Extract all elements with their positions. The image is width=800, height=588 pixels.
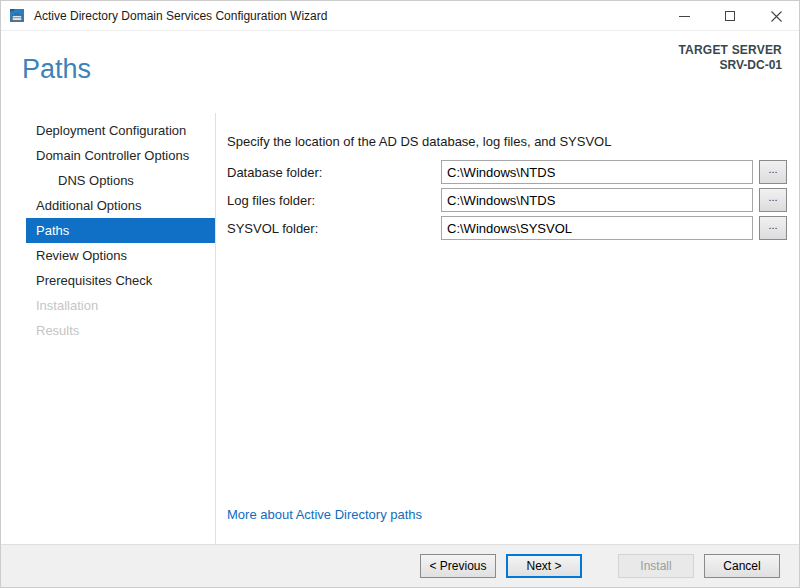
target-server-label: TARGET SERVER <box>678 43 782 57</box>
window-title: Active Directory Domain Services Configu… <box>34 9 327 23</box>
database-folder-browse-button[interactable]: ... <box>759 160 787 184</box>
wizard-nav: Deployment Configuration Domain Controll… <box>1 118 215 343</box>
sysvol-folder-browse-button[interactable]: ... <box>759 216 787 240</box>
previous-button[interactable]: < Previous <box>420 554 496 578</box>
maximize-button[interactable] <box>707 1 753 31</box>
sysvol-folder-input[interactable] <box>441 216 753 240</box>
server-manager-icon <box>10 8 26 24</box>
database-folder-input[interactable] <box>441 160 753 184</box>
nav-item-review-options[interactable]: Review Options <box>26 243 215 268</box>
log-files-folder-browse-button[interactable]: ... <box>759 188 787 212</box>
main-content: Specify the location of the AD DS databa… <box>227 133 787 240</box>
log-files-folder-row: Log files folder: ... <box>227 188 787 212</box>
close-icon <box>771 11 782 22</box>
nav-item-dns-options[interactable]: DNS Options <box>26 168 215 193</box>
database-folder-label: Database folder: <box>227 165 441 180</box>
nav-item-paths[interactable]: Paths <box>26 218 215 243</box>
log-files-folder-input[interactable] <box>441 188 753 212</box>
page-title: Paths <box>22 54 91 85</box>
close-button[interactable] <box>753 1 799 31</box>
log-files-folder-label: Log files folder: <box>227 193 441 208</box>
page-description: Specify the location of the AD DS databa… <box>227 133 787 150</box>
more-about-paths-link[interactable]: More about Active Directory paths <box>227 507 422 522</box>
nav-item-deployment-configuration[interactable]: Deployment Configuration <box>26 118 215 143</box>
minimize-button[interactable] <box>661 1 707 31</box>
database-folder-row: Database folder: ... <box>227 160 787 184</box>
sysvol-folder-label: SYSVOL folder: <box>227 221 441 236</box>
page-header: Paths TARGET SERVER SRV-DC-01 <box>1 32 799 109</box>
target-server-block: TARGET SERVER SRV-DC-01 <box>678 43 782 72</box>
install-button: Install <box>618 554 694 578</box>
sysvol-folder-row: SYSVOL folder: ... <box>227 216 787 240</box>
titlebar: Active Directory Domain Services Configu… <box>1 1 799 31</box>
maximize-icon <box>725 11 735 21</box>
minimize-icon <box>679 16 690 17</box>
cancel-button[interactable]: Cancel <box>704 554 780 578</box>
wizard-footer: < Previous Next > Install Cancel <box>1 544 799 587</box>
window-controls <box>661 1 799 31</box>
sidebar-divider <box>215 113 216 546</box>
next-button[interactable]: Next > <box>506 554 582 578</box>
nav-item-additional-options[interactable]: Additional Options <box>26 193 215 218</box>
wizard-window: Active Directory Domain Services Configu… <box>0 0 800 588</box>
nav-item-results: Results <box>26 318 215 343</box>
target-server-name: SRV-DC-01 <box>678 58 782 72</box>
nav-item-installation: Installation <box>26 293 215 318</box>
nav-item-prerequisites-check[interactable]: Prerequisites Check <box>26 268 215 293</box>
nav-item-domain-controller-options[interactable]: Domain Controller Options <box>26 143 215 168</box>
